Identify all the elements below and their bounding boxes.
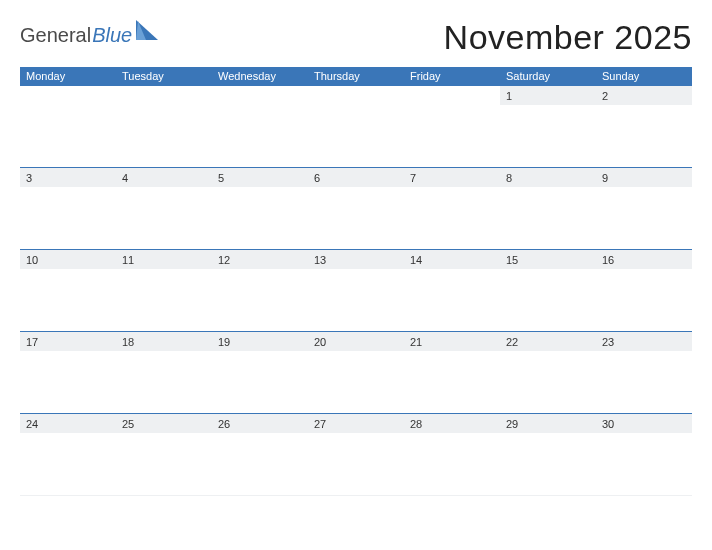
calendar-day-cell: 30	[596, 414, 692, 496]
day-body	[500, 433, 596, 495]
day-number: 21	[410, 335, 494, 349]
day-number: 15	[506, 253, 590, 267]
calendar-day-cell: 18	[116, 332, 212, 414]
day-body	[20, 351, 116, 413]
day-body	[596, 351, 692, 413]
day-number: 2	[602, 89, 686, 103]
logo-triangle-icon	[136, 20, 158, 45]
day-header: Wednesday	[212, 67, 308, 86]
logo-word-1: General	[20, 24, 91, 47]
calendar-day-cell	[116, 86, 212, 168]
calendar-day-cell: 15	[500, 250, 596, 332]
day-body	[20, 269, 116, 331]
day-body	[404, 269, 500, 331]
day-number: 4	[122, 171, 206, 185]
calendar-day-cell: 20	[308, 332, 404, 414]
day-number: 1	[506, 89, 590, 103]
calendar-day-cell: 28	[404, 414, 500, 496]
calendar-day-cell: 23	[596, 332, 692, 414]
calendar-day-cell: 16	[596, 250, 692, 332]
brand-logo: General Blue	[20, 18, 158, 47]
calendar-day-cell: 29	[500, 414, 596, 496]
day-body	[20, 433, 116, 495]
day-body	[404, 433, 500, 495]
day-body	[404, 351, 500, 413]
logo-word-2: Blue	[92, 24, 132, 47]
day-number: 19	[218, 335, 302, 349]
day-body	[404, 187, 500, 249]
day-body	[308, 433, 404, 495]
calendar-day-cell	[20, 86, 116, 168]
day-number: 5	[218, 171, 302, 185]
calendar-day-cell	[308, 86, 404, 168]
day-number: 27	[314, 417, 398, 431]
calendar-day-cell	[212, 86, 308, 168]
day-body	[212, 351, 308, 413]
day-number: 26	[218, 417, 302, 431]
day-number: 17	[26, 335, 110, 349]
calendar-week-row: 17181920212223	[20, 332, 692, 414]
calendar-day-cell: 22	[500, 332, 596, 414]
page-title: November 2025	[444, 18, 692, 57]
day-number: 20	[314, 335, 398, 349]
day-body	[116, 269, 212, 331]
calendar-day-cell: 10	[20, 250, 116, 332]
calendar-day-cell: 19	[212, 332, 308, 414]
day-body	[500, 187, 596, 249]
calendar-day-cell: 7	[404, 168, 500, 250]
day-body	[116, 433, 212, 495]
day-number: 16	[602, 253, 686, 267]
day-number: 28	[410, 417, 494, 431]
calendar-day-cell: 24	[20, 414, 116, 496]
calendar-day-cell: 6	[308, 168, 404, 250]
day-number: 25	[122, 417, 206, 431]
day-body	[500, 105, 596, 167]
day-number: 10	[26, 253, 110, 267]
day-body	[500, 269, 596, 331]
calendar-week-row: 24252627282930	[20, 414, 692, 496]
calendar-day-cell: 26	[212, 414, 308, 496]
day-body	[308, 187, 404, 249]
day-number: 8	[506, 171, 590, 185]
day-header: Thursday	[308, 67, 404, 86]
day-number: 23	[602, 335, 686, 349]
calendar-day-cell: 9	[596, 168, 692, 250]
calendar-day-cell: 27	[308, 414, 404, 496]
day-body	[116, 351, 212, 413]
day-number: 9	[602, 171, 686, 185]
day-number: 12	[218, 253, 302, 267]
calendar-day-cell: 21	[404, 332, 500, 414]
day-number: 14	[410, 253, 494, 267]
calendar-week-row: 10111213141516	[20, 250, 692, 332]
day-body	[116, 187, 212, 249]
calendar-day-cell: 5	[212, 168, 308, 250]
calendar-day-cell: 11	[116, 250, 212, 332]
day-body	[20, 187, 116, 249]
calendar-day-cell: 3	[20, 168, 116, 250]
day-body	[212, 187, 308, 249]
day-number: 18	[122, 335, 206, 349]
day-header: Friday	[404, 67, 500, 86]
day-body	[596, 187, 692, 249]
calendar-day-cell: 13	[308, 250, 404, 332]
day-body	[308, 269, 404, 331]
calendar-grid: Monday Tuesday Wednesday Thursday Friday…	[20, 67, 692, 496]
calendar-day-cell: 8	[500, 168, 596, 250]
calendar-week-row: 12	[20, 86, 692, 168]
day-header: Saturday	[500, 67, 596, 86]
calendar-day-cell: 25	[116, 414, 212, 496]
day-number: 30	[602, 417, 686, 431]
calendar-week-row: 3456789	[20, 168, 692, 250]
day-body	[212, 269, 308, 331]
calendar-day-cell	[404, 86, 500, 168]
day-number: 13	[314, 253, 398, 267]
day-number: 29	[506, 417, 590, 431]
day-number: 11	[122, 253, 206, 267]
day-number: 24	[26, 417, 110, 431]
calendar-day-cell: 4	[116, 168, 212, 250]
calendar-day-cell: 2	[596, 86, 692, 168]
day-body	[212, 433, 308, 495]
calendar-body: 1234567891011121314151617181920212223242…	[20, 86, 692, 496]
calendar-day-cell: 14	[404, 250, 500, 332]
day-number: 7	[410, 171, 494, 185]
